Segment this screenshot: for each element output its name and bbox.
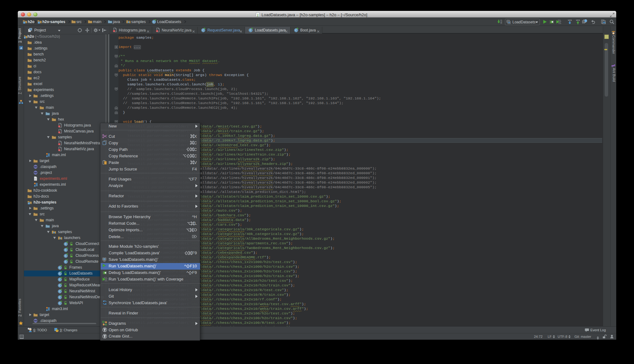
svg-text:C: C — [295, 29, 297, 32]
svg-text:C: C — [202, 29, 204, 32]
svg-text:C: C — [59, 272, 61, 275]
svg-text:JI: JI — [20, 47, 22, 49]
svg-text:C: C — [59, 290, 61, 293]
svg-text:C: C — [59, 302, 61, 305]
svg-text:j: j — [59, 143, 59, 145]
svg-text:C: C — [65, 242, 67, 246]
svg-text:j: j — [59, 149, 59, 151]
svg-text:VCS: VCS — [576, 19, 580, 21]
svg-text:C: C — [65, 260, 67, 263]
svg-text:j: j — [59, 132, 59, 133]
svg-text:j: j — [156, 30, 157, 32]
svg-text:C: C — [59, 284, 61, 287]
svg-text:C: C — [65, 248, 67, 251]
svg-text:C: C — [59, 278, 61, 281]
svg-text:C: C — [250, 29, 252, 32]
svg-text:j: j — [114, 30, 114, 32]
svg-text:01: 01 — [501, 22, 502, 24]
svg-text:C: C — [59, 296, 61, 299]
svg-text:C: C — [59, 266, 61, 269]
svg-text:VCS: VCS — [568, 19, 572, 21]
svg-text:C: C — [153, 20, 155, 23]
svg-text:C: C — [65, 254, 67, 257]
svg-text:j: j — [59, 126, 59, 127]
svg-text:j: j — [257, 13, 258, 17]
